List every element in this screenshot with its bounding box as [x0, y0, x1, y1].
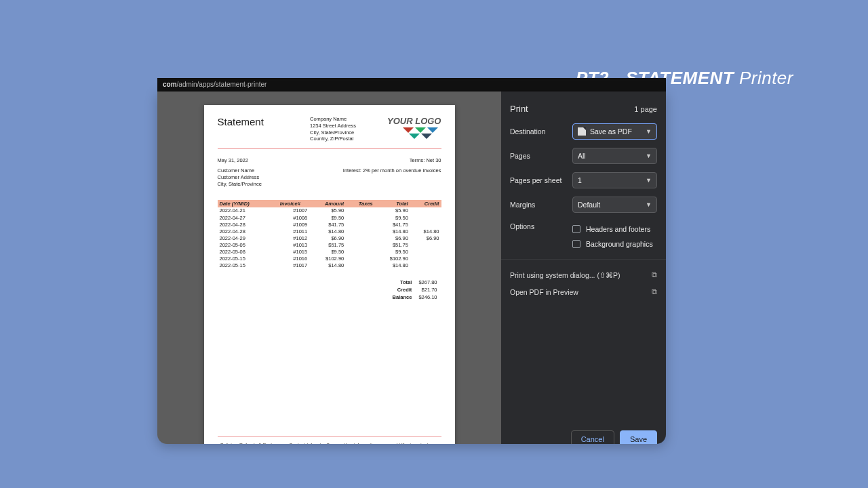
table-row: 2022-04-28#1009$41.75$41.75	[218, 222, 441, 228]
cell: $9.50	[375, 215, 410, 222]
opt-background-graphics: Background graphics	[586, 240, 653, 248]
cell	[346, 235, 375, 242]
footer-note: Policies, Refunds & Exchanges, Contact I…	[218, 440, 441, 444]
cell: #1013	[271, 242, 309, 249]
margins-value: Default	[578, 201, 600, 209]
cell	[346, 228, 375, 235]
pages-label: Pages	[510, 152, 572, 160]
cell: $14.80	[410, 228, 441, 235]
company-line: City, State/Province	[310, 129, 356, 136]
cell: #1007	[271, 207, 309, 214]
credit-value: $21.70	[416, 287, 439, 293]
logo: YOUR LOGO	[387, 116, 441, 144]
external-link-icon: ⧉	[652, 270, 657, 279]
divider	[218, 436, 441, 437]
cell: $51.75	[375, 242, 410, 249]
margins-select[interactable]: Default ▼	[572, 197, 657, 213]
panel-title: Print	[510, 104, 528, 114]
url-path: /admin/apps/statement-printer	[177, 81, 267, 88]
pages-value: All	[578, 152, 586, 160]
page-count: 1 page	[634, 105, 657, 113]
statement-date: May 31, 2022	[218, 157, 248, 163]
cell	[410, 262, 441, 269]
totals-block: Total$267.80 Credit$21.70 Balance$246.10	[218, 278, 441, 302]
svg-marker-0	[403, 127, 414, 133]
total-value: $267.80	[416, 279, 439, 285]
cell: $9.50	[375, 249, 410, 256]
cell: #1015	[271, 249, 309, 256]
print-panel: Print 1 page Destination Save as PDF ▼ P…	[501, 92, 666, 444]
cell	[346, 256, 375, 262]
col-header: Amount	[309, 200, 346, 207]
chevron-down-icon: ▼	[646, 177, 652, 184]
pdf-icon	[578, 127, 586, 136]
open-preview-text: Open PDF in Preview	[510, 288, 578, 296]
cell: $102.90	[375, 256, 410, 262]
customer-line: Customer Name	[218, 167, 262, 174]
cell: $6.90	[309, 235, 346, 242]
cell: $51.75	[309, 242, 346, 249]
product-title-thin: Printer	[734, 68, 793, 88]
company-line: 1234 Street Address	[310, 123, 356, 129]
options-label: Options	[510, 222, 572, 230]
system-dialog-link[interactable]: Print using system dialog... (⇧⌘P) ⧉	[510, 266, 657, 283]
chevron-down-icon: ▼	[646, 201, 652, 208]
cell	[346, 207, 375, 214]
svg-marker-1	[415, 127, 426, 133]
preview-pane: Statement Company Name 1234 Street Addre…	[157, 92, 501, 444]
cell	[410, 249, 441, 256]
page-title: Statement	[218, 116, 264, 144]
cell: 2022-04-29	[218, 235, 271, 242]
cell: 2022-05-05	[218, 242, 271, 249]
table-row: 2022-04-27#1008$9.50$9.50	[218, 215, 441, 222]
logo-text: YOUR LOGO	[387, 116, 441, 126]
customer-block: Customer Name Customer Address City, Sta…	[218, 167, 262, 188]
destination-value: Save as PDF	[590, 127, 632, 136]
company-line: Company Name	[310, 116, 356, 123]
table-row: 2022-04-29#1012$6.90$6.90$6.90	[218, 235, 441, 242]
cell: 2022-04-21	[218, 207, 271, 214]
destination-select[interactable]: Save as PDF ▼	[572, 123, 657, 140]
divider	[218, 148, 441, 149]
svg-marker-2	[427, 127, 438, 133]
customer-line: City, State/Province	[218, 181, 262, 188]
balance-label: Balance	[390, 294, 415, 300]
invoice-table: Date (Y/M/D)Invoice#AmountTaxesTotalCred…	[218, 200, 441, 269]
cell: $14.80	[309, 262, 346, 269]
cell: $41.75	[309, 222, 346, 228]
opt-headers-footers: Headers and footers	[586, 225, 650, 233]
cell: $9.50	[309, 249, 346, 256]
cell: $9.50	[309, 215, 346, 222]
cell	[410, 242, 441, 249]
pages-select[interactable]: All ▼	[572, 148, 657, 164]
col-header: Invoice#	[271, 200, 309, 207]
cell	[410, 256, 441, 262]
table-row: 2022-05-15#1017$14.80$14.80	[218, 262, 441, 269]
cell: $6.90	[410, 235, 441, 242]
cell	[346, 262, 375, 269]
pps-value: 1	[578, 176, 582, 184]
cell: $5.90	[309, 207, 346, 214]
col-header: Taxes	[346, 200, 375, 207]
svg-marker-3	[409, 134, 420, 139]
cell: #1017	[271, 262, 309, 269]
table-row: 2022-05-08#1015$9.50$9.50	[218, 249, 441, 256]
chevron-down-icon: ▼	[646, 152, 652, 159]
open-preview-link[interactable]: Open PDF in Preview ⧉	[510, 283, 657, 300]
cell: 2022-04-28	[218, 222, 271, 228]
background-graphics-checkbox[interactable]	[572, 240, 580, 248]
save-button[interactable]: Save	[620, 430, 657, 444]
headers-footers-checkbox[interactable]	[572, 225, 580, 233]
cell: $41.75	[375, 222, 410, 228]
company-address: Company Name 1234 Street Address City, S…	[310, 116, 356, 144]
table-row: 2022-05-15#1016$102.90$102.90	[218, 256, 441, 262]
col-header: Date (Y/M/D)	[218, 200, 271, 207]
cell	[346, 215, 375, 222]
cell	[346, 222, 375, 228]
cancel-button[interactable]: Cancel	[571, 430, 614, 444]
table-row: 2022-04-21#1007$5.90$5.90	[218, 207, 441, 214]
pps-select[interactable]: 1 ▼	[572, 172, 657, 188]
cell: $14.80	[375, 228, 410, 235]
customer-line: Customer Address	[218, 174, 262, 181]
cell: $14.80	[309, 228, 346, 235]
